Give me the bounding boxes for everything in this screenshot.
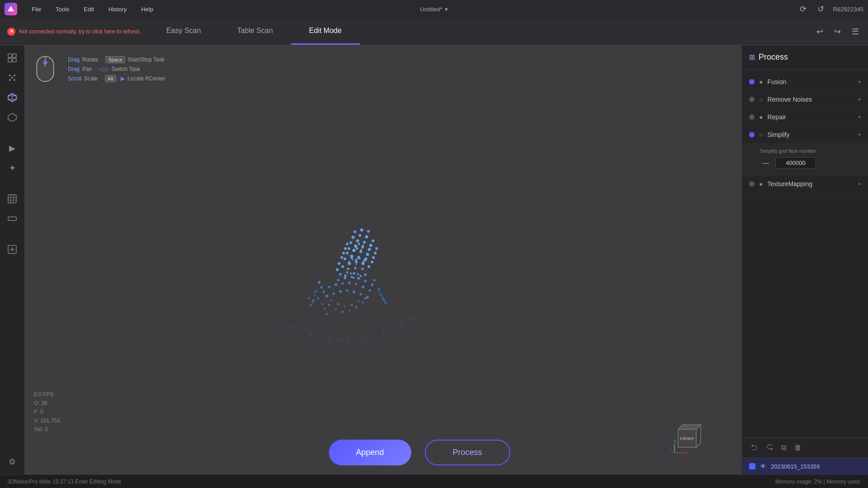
sidebar-cube-outline-icon[interactable] (4, 109, 20, 126)
append-button[interactable]: Append (329, 440, 411, 465)
svg-point-49 (424, 309, 425, 310)
process-button[interactable]: Process (425, 440, 510, 465)
scene-duplicate-icon[interactable]: ⧉ (780, 442, 788, 453)
svg-point-42 (410, 318, 411, 319)
svg-point-109 (371, 261, 373, 263)
sidebar-grid-icon[interactable] (4, 50, 20, 66)
nav-cube[interactable]: FRONT Y X Z (669, 420, 705, 456)
svg-text:Z: Z (670, 446, 672, 450)
svg-point-112 (359, 250, 362, 253)
svg-point-159 (314, 290, 317, 293)
svg-point-108 (338, 262, 340, 265)
undo-icon[interactable]: ↩ (815, 25, 825, 38)
svg-point-80 (348, 282, 351, 284)
svg-point-123 (356, 239, 359, 243)
scene-item[interactable]: 👁 20230615_153359 (742, 458, 868, 474)
viewport[interactable]: Drag Rotate Space Start/Stop Task Drag P… (25, 45, 741, 474)
svg-point-31 (320, 336, 321, 338)
process-item-repair[interactable]: ● Repair ▪ (742, 108, 868, 126)
hint-row-pan: Drag Pan ◁ ▷ Switch Task (68, 66, 165, 72)
process-item-simplify[interactable]: ○ Simplify ▪ (742, 126, 868, 144)
svg-point-141 (344, 275, 347, 277)
panel-title: Process (759, 52, 788, 62)
process-item-fusion[interactable]: ● Fusion ▪ (742, 73, 868, 91)
simplify-sub-panel: Simplify grid face number — (742, 144, 868, 175)
menu-help[interactable]: Help (138, 4, 156, 14)
svg-point-85 (371, 283, 373, 286)
tab-easy-scan[interactable]: Easy Scan (148, 18, 219, 45)
scene-export-icon[interactable]: ⮎ (764, 442, 774, 453)
svg-point-55 (328, 304, 330, 306)
left-sidebar: ▶ ✦ ⚙ (0, 45, 25, 474)
svg-point-169 (311, 302, 313, 304)
texture-mapping-dot (749, 181, 755, 187)
svg-point-38 (382, 330, 384, 332)
scene-visibility-icon[interactable]: 👁 (760, 463, 766, 470)
remove-noises-label: Remove Noises (767, 96, 854, 103)
menu-edit[interactable]: Edit (81, 4, 96, 14)
sidebar-plane-icon[interactable] (4, 211, 20, 227)
svg-point-156 (352, 259, 354, 261)
tab-edit-mode[interactable]: Edit Mode (291, 18, 360, 45)
svg-point-40 (401, 322, 402, 324)
svg-point-150 (353, 250, 354, 252)
svg-point-140 (357, 273, 359, 275)
scene-import-icon[interactable]: ⮌ (749, 442, 759, 453)
sidebar-wand-icon[interactable]: ✦ (4, 160, 20, 176)
simplify-value-input[interactable] (775, 157, 816, 169)
sidebar-mesh-icon[interactable] (4, 191, 20, 207)
title-dropdown-icon[interactable]: ▾ (445, 6, 448, 13)
svg-point-168 (314, 294, 316, 296)
svg-rect-3 (8, 58, 12, 62)
sidebar-add-icon[interactable] (4, 241, 20, 258)
sidebar-cube-solid-icon[interactable] (4, 89, 20, 106)
refresh-icon[interactable]: ⟳ (798, 2, 808, 16)
svg-point-54 (351, 340, 352, 341)
hint-row-scale: Scroll Scale Alt ▶ Locate RCenter (68, 75, 165, 82)
scene-color-swatch (749, 463, 755, 469)
svg-point-28 (292, 327, 294, 328)
error-text: Not connected normally, try to click her… (19, 28, 141, 35)
svg-point-75 (360, 293, 362, 296)
menu-file[interactable]: File (29, 4, 44, 14)
svg-point-72 (339, 290, 342, 293)
connection-error-tab[interactable]: ✕ Not connected normally, try to click h… (0, 18, 148, 45)
repair-menu-icon[interactable]: ▪ (858, 113, 861, 121)
menu-icon[interactable]: ☰ (850, 25, 861, 38)
svg-point-129 (359, 234, 361, 237)
simplify-minus-button[interactable]: — (760, 159, 771, 167)
texture-mapping-menu-icon[interactable]: ▪ (858, 180, 861, 188)
stat-V: V: 101.753 (34, 417, 60, 425)
process-item-remove-noises[interactable]: ○ Remove Noises ▪ (742, 91, 868, 108)
menu-tools[interactable]: Tools (53, 4, 72, 14)
svg-point-61 (330, 300, 332, 301)
svg-point-77 (328, 286, 330, 288)
remove-noises-menu-icon[interactable]: ▪ (858, 95, 861, 103)
svg-marker-14 (8, 113, 16, 122)
simplify-label: Simplify (767, 131, 854, 138)
tab-table-scan[interactable]: Table Scan (219, 18, 291, 45)
process-item-texture-mapping[interactable]: ● TextureMapping ▪ (742, 175, 868, 193)
svg-point-132 (372, 239, 374, 242)
svg-point-135 (367, 230, 370, 233)
sidebar-dots-icon[interactable] (4, 70, 20, 86)
svg-point-35 (356, 339, 357, 341)
hint-row-rotate: Drag Rotate Space Start/Stop Task (68, 56, 165, 63)
fusion-menu-icon[interactable]: ▪ (858, 78, 861, 86)
repair-dot (749, 114, 755, 120)
svg-point-56 (335, 309, 337, 310)
svg-point-157 (359, 258, 361, 259)
redo-icon[interactable]: ↪ (832, 25, 843, 38)
menu-history[interactable]: History (106, 4, 129, 14)
sidebar-arrow-icon[interactable]: ▶ (4, 140, 20, 156)
simplify-menu-icon[interactable]: ▪ (858, 131, 861, 139)
svg-point-50 (297, 325, 298, 326)
fusion-label: Fusion (767, 78, 854, 85)
sidebar-settings-icon[interactable]: ⚙ (4, 454, 20, 470)
svg-point-162 (310, 304, 312, 306)
svg-point-166 (308, 297, 310, 300)
svg-point-137 (354, 267, 357, 269)
fusion-dot (749, 79, 755, 84)
sync-icon[interactable]: ↺ (816, 2, 826, 16)
scene-delete-icon[interactable]: 🗑 (793, 442, 803, 453)
